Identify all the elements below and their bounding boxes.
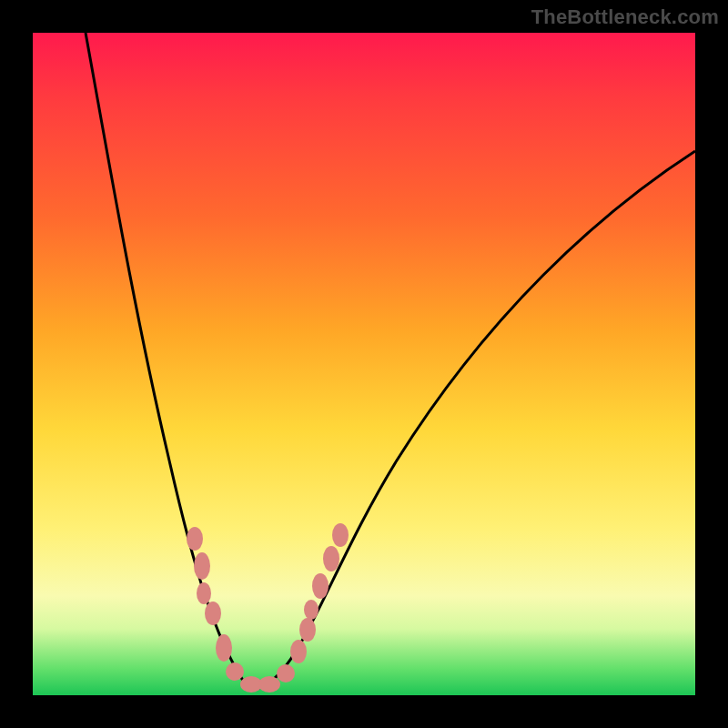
- marker-dot: [197, 582, 211, 604]
- marker-dot: [332, 523, 349, 547]
- marker-dot: [258, 676, 280, 693]
- marker-dot: [299, 618, 316, 642]
- marker-dot: [216, 634, 232, 662]
- marker-dot: [277, 664, 295, 682]
- watermark-text: TheBottleneck.com: [531, 5, 719, 29]
- marker-dot: [226, 662, 244, 681]
- marker-dot: [312, 573, 329, 599]
- plot-area: [33, 33, 695, 695]
- curve-group: [86, 33, 695, 690]
- marker-dot: [304, 600, 318, 620]
- left-curve: [86, 33, 249, 690]
- marker-group: [187, 523, 349, 693]
- marker-dot: [205, 602, 221, 625]
- marker-dot: [290, 640, 307, 663]
- curve-overlay: [33, 33, 695, 695]
- chart-frame: TheBottleneck.com: [0, 0, 728, 728]
- marker-dot: [323, 546, 339, 571]
- marker-dot: [194, 552, 210, 580]
- marker-dot: [187, 527, 203, 551]
